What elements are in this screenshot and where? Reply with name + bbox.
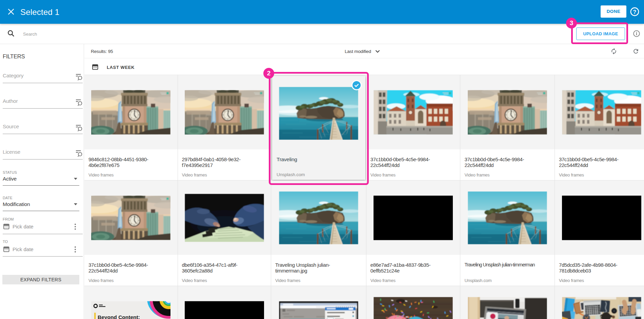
svg-text:?: ? bbox=[633, 9, 637, 15]
